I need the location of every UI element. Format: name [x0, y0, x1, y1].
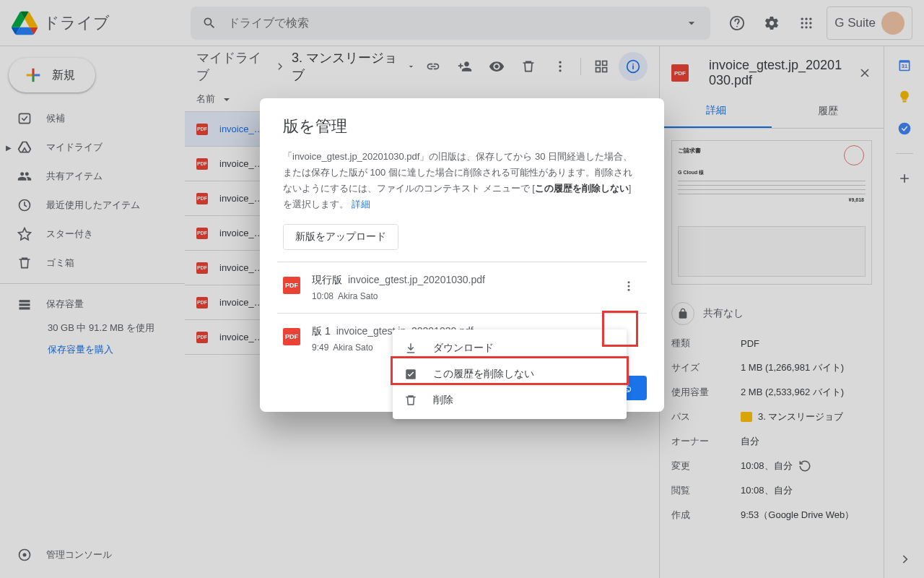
pdf-icon: PDF	[283, 328, 300, 345]
version-context-menu: ダウンロードこの履歴を削除しない削除	[393, 329, 627, 419]
menu-item-checkbox[interactable]: この履歴を削除しない	[393, 361, 627, 387]
upload-version-button[interactable]: 新版をアップロード	[283, 224, 398, 250]
dialog-description: 「invoice_gtest.jp_20201030.pdf」の旧版は、保存して…	[260, 149, 664, 212]
menu-item-delete[interactable]: 削除	[393, 387, 627, 413]
checkbox-icon	[404, 368, 419, 381]
svg-point-32	[628, 289, 630, 291]
delete-icon	[404, 394, 419, 407]
svg-point-30	[628, 282, 630, 284]
svg-point-31	[628, 285, 630, 288]
more-vert-icon	[622, 280, 635, 293]
menu-item-download[interactable]: ダウンロード	[393, 335, 627, 361]
learn-more-link[interactable]: 詳細	[352, 199, 370, 210]
dialog-title: 版を管理	[260, 116, 664, 149]
download-icon	[404, 342, 419, 355]
modal-overlay[interactable]: 版を管理 「invoice_gtest.jp_20201030.pdf」の旧版は…	[0, 0, 924, 578]
version-more-button[interactable]	[616, 274, 641, 298]
pdf-icon: PDF	[283, 277, 300, 294]
version-row: PDF現行版invoice_gtest.jp_20201030.pdf10:08…	[260, 262, 664, 313]
